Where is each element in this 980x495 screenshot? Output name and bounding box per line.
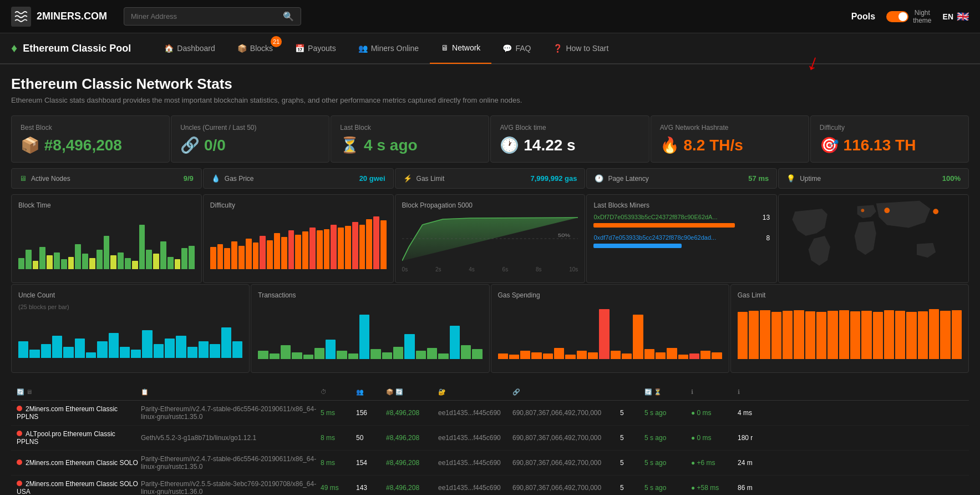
payouts-icon: 📅 xyxy=(295,44,304,53)
bar xyxy=(274,233,280,269)
night-theme-toggle[interactable] xyxy=(886,11,908,22)
row2-version: Geth/v5.5.2-3-g1a8b71b/linux/go1.12.1 xyxy=(141,434,318,442)
bar xyxy=(712,352,722,359)
uncles-icon: 🔗 xyxy=(180,137,200,154)
metric-gas-price-value: 20 gwei xyxy=(359,174,385,183)
metric-gas-limit-value: 7,999,992 gas xyxy=(531,174,577,183)
nav-item-faq[interactable]: 💬 FAQ xyxy=(491,33,542,64)
bar xyxy=(873,312,883,359)
row1-lastblock: 5 s ago xyxy=(644,409,689,417)
bar xyxy=(348,353,358,359)
bar xyxy=(270,353,280,359)
row2-hash: ee1d1435...f445c690 xyxy=(438,434,510,442)
stat-avg-block-label: AVG Block time xyxy=(500,124,639,132)
transactions-title: Transactions xyxy=(258,291,482,299)
bar xyxy=(292,352,302,359)
col-header-totaldiff: 🔗 xyxy=(512,388,618,396)
chart-propagation: Block Propagation 5000 50% 0s 2s 4s 6s 8… xyxy=(395,194,586,283)
bar xyxy=(258,351,268,359)
status-dot xyxy=(17,481,22,486)
status-dot xyxy=(17,406,22,411)
nav-item-payouts[interactable]: 📅 Payouts xyxy=(284,33,347,64)
bar xyxy=(783,311,793,359)
metric-page-latency: 🕐 Page Latency 57 ms xyxy=(586,168,777,189)
col-header-peers: 👥 xyxy=(356,388,384,396)
row3-lastblock: 5 s ago xyxy=(644,459,689,467)
miner-bar-1 xyxy=(593,223,734,228)
top-navigation: 2MINERS.COM 🔍 Pools Nighttheme EN 🇬🇧 xyxy=(0,0,980,33)
metric-latency-value: 57 ms xyxy=(748,174,769,183)
stat-best-block-value: 📦 #8,496,208 xyxy=(21,136,160,154)
row2-block: #8,496,208 xyxy=(386,434,436,442)
bar xyxy=(302,231,308,269)
bar xyxy=(29,350,39,358)
charts-row-1: Block Time xyxy=(0,194,980,283)
row1-block: #8,496,208 xyxy=(386,409,436,417)
ethereum-icon: ♦ xyxy=(11,41,17,55)
page-header: Ethereum Classic Network Stats Ethereum … xyxy=(0,64,980,110)
row1-latency: 5 ms xyxy=(321,409,354,417)
bar xyxy=(749,311,759,359)
bar xyxy=(366,219,372,269)
chart-uncle-count: Uncle Count (25 blocks per bar) xyxy=(11,284,250,373)
logo-area[interactable]: 2MINERS.COM xyxy=(11,7,107,27)
nav-item-blocks[interactable]: 📦 Blocks 21 xyxy=(226,33,284,64)
bar xyxy=(217,244,224,269)
row3-diff: 690,807,367,066,492,700,000 xyxy=(512,459,618,467)
bar xyxy=(54,252,60,269)
gas-spending-title: Gas Spending xyxy=(498,291,722,299)
theme-toggle-area[interactable]: Nighttheme xyxy=(886,9,931,24)
nav-item-miners[interactable]: 👥 Miners Online xyxy=(347,33,430,64)
propagation-x-axis: 0s 2s 4s 6s 8s 10s xyxy=(402,266,578,272)
bar xyxy=(82,254,88,269)
metric-gas-limit-label: Gas Limit xyxy=(417,175,445,183)
bar xyxy=(678,355,688,359)
blocks-icon: 📦 xyxy=(237,44,247,53)
nav-item-network[interactable]: 🖥 Network xyxy=(430,33,491,64)
gas-limit-icon: ⚡ xyxy=(403,174,412,183)
row1-hash: ee1d1435...f445c690 xyxy=(438,409,510,417)
row2-propagation: ● 0 ms xyxy=(691,434,735,442)
status-dot xyxy=(17,459,22,465)
bar xyxy=(120,347,130,358)
language-button[interactable]: EN 🇬🇧 xyxy=(943,11,969,23)
row3-uncles: 5 xyxy=(620,459,642,467)
bar xyxy=(359,225,365,269)
flag-icon: 🇬🇧 xyxy=(957,11,969,23)
bar xyxy=(118,252,124,269)
pools-button[interactable]: Pools xyxy=(851,12,876,22)
payouts-label: Payouts xyxy=(308,44,336,53)
search-bar[interactable]: 🔍 xyxy=(124,7,301,26)
search-input[interactable] xyxy=(131,12,283,21)
bar xyxy=(139,225,145,269)
bar xyxy=(450,326,460,359)
row1-peers: 156 xyxy=(356,409,384,417)
latency-icon: 🕐 xyxy=(595,174,603,183)
row4-peers: 143 xyxy=(356,484,384,492)
bar xyxy=(86,352,96,358)
howto-label: How to Start xyxy=(566,44,608,53)
stat-difficulty-label: Difficulty xyxy=(820,124,959,132)
bar xyxy=(210,344,220,358)
chart-last-miners: Last Blocks Miners 0xDf7D7e053933b5cC243… xyxy=(586,194,777,283)
bar xyxy=(18,341,28,358)
row3-block: #8,496,208 xyxy=(386,459,436,467)
metric-nodes-value: 9/9 xyxy=(184,174,194,183)
col-header-hash: 🔐 xyxy=(438,388,510,396)
col-header-uncles xyxy=(620,388,642,396)
row1-name: 2Miners.com Ethereum Classic PPLNS xyxy=(17,405,139,421)
bar xyxy=(154,344,164,358)
bar xyxy=(906,312,916,359)
bar xyxy=(895,311,905,359)
row2-col-latency: 180 r xyxy=(738,434,771,442)
bar xyxy=(520,351,530,359)
nav-item-howto[interactable]: ❓ How to Start xyxy=(542,33,620,64)
bar xyxy=(622,353,632,359)
bar xyxy=(199,341,209,358)
bar xyxy=(461,345,471,359)
stat-difficulty: Difficulty 🎯 116.13 TH xyxy=(810,115,969,163)
bar xyxy=(246,239,252,269)
nav-item-dashboard[interactable]: 🏠 Dashboard xyxy=(153,33,226,64)
propagation-svg: 50% xyxy=(402,214,578,264)
bar xyxy=(309,228,316,269)
